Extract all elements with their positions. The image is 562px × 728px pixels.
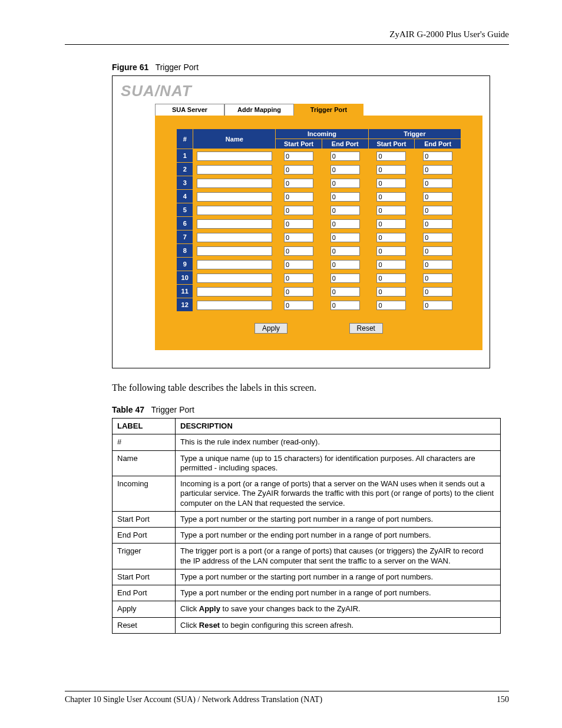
desc-text: Click Reset to begin configuring this sc… [176,617,501,633]
trigger-end-input[interactable] [423,287,452,297]
incoming-end-input[interactable] [330,151,360,161]
trigger-end-input[interactable] [423,206,452,215]
trigger-end-input[interactable] [423,246,452,256]
table-row: 3 [177,176,461,190]
incoming-end-input[interactable] [330,287,360,297]
trigger-start-input[interactable] [376,206,406,215]
name-input[interactable] [197,165,272,174]
trigger-start-input[interactable] [376,165,406,174]
desc-row: IncomingIncoming is a port (or a range o… [113,476,501,512]
incoming-start-input[interactable] [284,151,313,161]
desc-row: Start PortType a port number or the star… [113,569,501,585]
tab-addr-mapping[interactable]: Addr Mapping [224,104,294,116]
incoming-end-input[interactable] [330,179,360,188]
row-index: 3 [177,176,193,190]
name-input[interactable] [197,274,272,283]
tab-trigger-port[interactable]: Trigger Port [294,104,363,116]
desc-label: Reset [113,617,176,633]
incoming-start-input[interactable] [284,246,313,256]
desc-label: End Port [113,585,176,601]
trigger-start-input[interactable] [376,192,406,202]
col-in-end: End Port [322,139,368,149]
desc-text: Click Apply to save your changes back to… [176,601,501,617]
name-input[interactable] [197,151,272,161]
col-idx: # [177,129,193,149]
trigger-end-input[interactable] [423,274,452,283]
table-row: 4 [177,190,461,203]
name-input[interactable] [197,219,272,229]
tab-row: SUA ServerAddr MappingTrigger Port [155,104,482,116]
trigger-end-input[interactable] [423,301,452,310]
trigger-start-input[interactable] [376,151,406,161]
table-caption: Table 47 Trigger Port [112,405,509,414]
incoming-start-input[interactable] [284,233,313,242]
desc-label: End Port [113,528,176,543]
incoming-start-input[interactable] [284,192,313,202]
trigger-end-input[interactable] [423,260,452,269]
trigger-start-input[interactable] [376,179,406,188]
table-row: 8 [177,244,461,258]
desc-text: Type a port number or the ending port nu… [176,528,501,543]
name-input[interactable] [197,192,272,202]
trigger-start-input[interactable] [376,246,406,256]
trigger-end-input[interactable] [423,151,452,161]
trigger-start-input[interactable] [376,301,406,310]
incoming-end-input[interactable] [330,301,360,310]
incoming-end-input[interactable] [330,165,360,174]
doc-header: ZyAIR G-2000 Plus User's Guide [65,29,509,45]
name-input[interactable] [197,246,272,256]
desc-text: The trigger port is a port (or a range o… [176,543,501,569]
desc-row: Start PortType a port number or the star… [113,511,501,527]
incoming-start-input[interactable] [284,287,313,297]
trigger-end-input[interactable] [423,179,452,188]
trigger-end-input[interactable] [423,165,452,174]
trigger-end-input[interactable] [423,233,452,242]
incoming-start-input[interactable] [284,206,313,215]
desc-row: NameType a unique name (up to 15 charact… [113,450,501,476]
name-input[interactable] [197,206,272,215]
trigger-start-input[interactable] [376,274,406,283]
incoming-start-input[interactable] [284,301,313,310]
apply-button[interactable]: Apply [254,323,287,334]
incoming-end-input[interactable] [330,206,360,215]
table-row: 6 [177,217,461,230]
doc-footer: Chapter 10 Single User Account (SUA) / N… [65,691,509,704]
intro-text: The following table describes the labels… [112,383,509,393]
incoming-start-input[interactable] [284,165,313,174]
desc-row: End PortType a port number or the ending… [113,585,501,601]
col-trigger: Trigger [368,129,461,139]
row-index: 12 [177,298,193,312]
incoming-start-input[interactable] [284,260,313,269]
name-input[interactable] [197,179,272,188]
incoming-start-input[interactable] [284,179,313,188]
incoming-end-input[interactable] [330,260,360,269]
name-input[interactable] [197,301,272,310]
incoming-end-input[interactable] [330,274,360,283]
incoming-start-input[interactable] [284,219,313,229]
trigger-start-input[interactable] [376,233,406,242]
name-input[interactable] [197,287,272,297]
row-index: 5 [177,203,193,217]
desc-label: Start Port [113,569,176,585]
table-row: 7 [177,230,461,244]
incoming-end-input[interactable] [330,246,360,256]
col-in-start: Start Port [276,139,322,149]
incoming-end-input[interactable] [330,192,360,202]
footer-chapter: Chapter 10 Single User Account (SUA) / N… [65,695,322,704]
name-input[interactable] [197,260,272,269]
figure-label: Figure 61 [112,62,148,72]
incoming-end-input[interactable] [330,219,360,229]
row-index: 11 [177,285,193,298]
incoming-end-input[interactable] [330,233,360,242]
trigger-start-input[interactable] [376,219,406,229]
tab-sua-server[interactable]: SUA Server [155,104,224,116]
trigger-end-input[interactable] [423,192,452,202]
name-input[interactable] [197,233,272,242]
trigger-start-input[interactable] [376,287,406,297]
desc-row: TriggerThe trigger port is a port (or a … [113,543,501,569]
trigger-start-input[interactable] [376,260,406,269]
row-index: 7 [177,230,193,244]
reset-button[interactable]: Reset [349,323,383,334]
incoming-start-input[interactable] [284,274,313,283]
trigger-end-input[interactable] [423,219,452,229]
